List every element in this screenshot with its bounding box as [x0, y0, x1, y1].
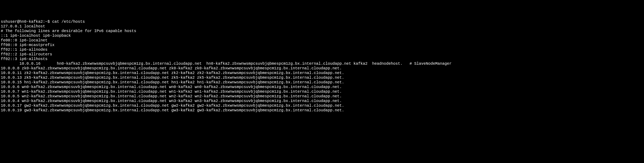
- hosts-line: 10.0.0.4 wn3-kafka2.zbxwnwsmpcsuvbjqbmes…: [1, 99, 643, 103]
- hosts-line: ::1 ip6-localhost ip6-loopback: [1, 33, 643, 38]
- hosts-line: ff00::0 ip6-mcastprefix: [1, 43, 643, 47]
- hosts-line: fe00::0 ip6-localnet: [1, 38, 643, 43]
- hosts-line: ff02::3 ip6-allhosts: [1, 57, 643, 61]
- hosts-line: 127.0.0.1 localhost: [1, 24, 643, 29]
- hosts-line: 10.0.0.15 hn1-kafka2.zbxwnwsmpcsuvbjqbme…: [1, 80, 643, 85]
- hosts-line: 10.0.0.8 zk0-kafka2.zbxwnwsmpcsuvbjqbmes…: [1, 66, 643, 71]
- hosts-line: 10.0.0.17 gw2-kafka2.zbxwnwsmpcsuvbjqbme…: [1, 103, 643, 108]
- hosts-line: 10.0.0.6 wn0-kafka2.zbxwnwsmpcsuvbjqbmes…: [1, 85, 643, 89]
- hosts-line: 10.0.0.5 wn2-kafka2.zbxwnwsmpcsuvbjqbmes…: [1, 94, 643, 99]
- hosts-line: # The following lines are desirable for …: [1, 29, 643, 33]
- command-prompt: sshuser@hn0-kafka2:~$ cat /etc/hosts: [1, 19, 643, 24]
- terminal-output[interactable]: sshuser@hn0-kafka2:~$ cat /etc/hosts127.…: [1, 19, 643, 113]
- hosts-line: 10.0.0.7 wn1-kafka2.zbxwnwsmpcsuvbjqbmes…: [1, 89, 643, 94]
- hosts-line: 10.0.0.16 hn0-kafka2.zbxwnwsmpcsuvbjqbme…: [1, 61, 643, 66]
- hosts-line: 10.0.0.19 gw3-kafka2.zbxwnwsmpcsuvbjqbme…: [1, 108, 643, 113]
- hosts-line: 10.0.0.13 zk5-kafka2.zbxwnwsmpcsuvbjqbme…: [1, 75, 643, 80]
- hosts-line: 10.0.0.11 zk2-kafka2.zbxwnwsmpcsuvbjqbme…: [1, 71, 643, 75]
- hosts-line: ff02::2 ip6-allrouters: [1, 52, 643, 57]
- hosts-line: ff02::1 ip6-allnodes: [1, 47, 643, 52]
